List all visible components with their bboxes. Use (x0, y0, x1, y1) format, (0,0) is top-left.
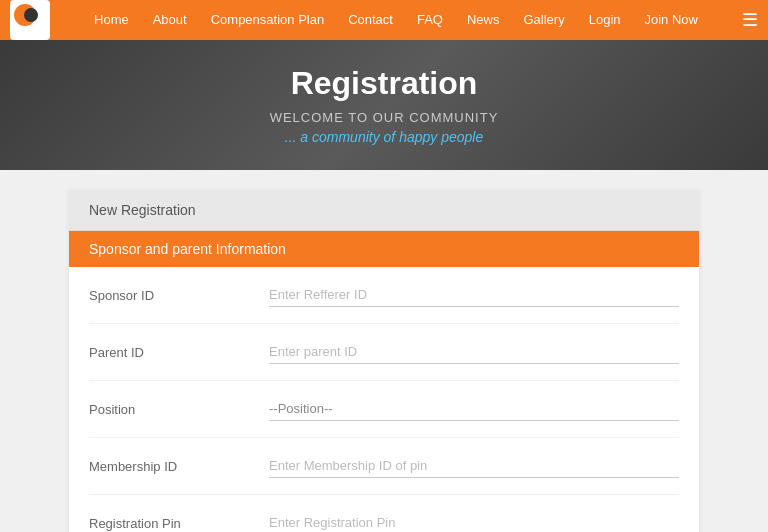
registration-pin-row: Registration Pin (89, 495, 679, 532)
registration-pin-input[interactable] (269, 511, 679, 532)
card-header: New Registration (69, 190, 699, 231)
nav-item-compensation[interactable]: Compensation Plan (199, 0, 336, 40)
registration-pin-field (269, 511, 679, 532)
parent-id-field (269, 340, 679, 364)
nav-item-news[interactable]: News (455, 0, 512, 40)
position-row: Position --Position-- Left Right (89, 381, 679, 438)
sponsor-id-label: Sponsor ID (89, 288, 269, 307)
logo[interactable] (10, 0, 50, 40)
nav-link-faq[interactable]: FAQ (405, 0, 455, 40)
nav-item-gallery[interactable]: Gallery (512, 0, 577, 40)
position-select[interactable]: --Position-- Left Right (269, 397, 679, 421)
navbar: Home About Compensation Plan Contact FAQ… (0, 0, 768, 40)
hero-tagline: ... a community of happy people (285, 129, 483, 145)
sponsor-id-input[interactable] (269, 283, 679, 307)
sponsor-id-row: Sponsor ID (89, 267, 679, 324)
membership-id-label: Membership ID (89, 459, 269, 478)
parent-id-input[interactable] (269, 340, 679, 364)
nav-link-gallery[interactable]: Gallery (512, 0, 577, 40)
nav-item-about[interactable]: About (141, 0, 199, 40)
sponsor-id-field (269, 283, 679, 307)
registration-pin-label: Registration Pin (89, 516, 269, 532)
parent-id-row: Parent ID (89, 324, 679, 381)
nav-link-joinnow[interactable]: Join Now (633, 0, 710, 40)
membership-id-row: Membership ID (89, 438, 679, 495)
nav-item-home[interactable]: Home (82, 0, 141, 40)
nav-links: Home About Compensation Plan Contact FAQ… (58, 0, 734, 40)
nav-item-login[interactable]: Login (577, 0, 633, 40)
nav-item-contact[interactable]: Contact (336, 0, 405, 40)
parent-id-label: Parent ID (89, 345, 269, 364)
hero-banner: Registration WELCOME TO OUR COMMUNITY ..… (0, 40, 768, 170)
registration-card: New Registration Sponsor and parent Info… (69, 190, 699, 532)
section-header: Sponsor and parent Information (69, 231, 699, 267)
hero-title: Registration (291, 65, 478, 102)
position-label: Position (89, 402, 269, 421)
form-body: Sponsor ID Parent ID Position --Position… (69, 267, 699, 532)
nav-link-contact[interactable]: Contact (336, 0, 405, 40)
main-content: New Registration Sponsor and parent Info… (0, 170, 768, 532)
nav-link-login[interactable]: Login (577, 0, 633, 40)
position-field: --Position-- Left Right (269, 397, 679, 421)
nav-link-about[interactable]: About (141, 0, 199, 40)
nav-item-faq[interactable]: FAQ (405, 0, 455, 40)
membership-id-field (269, 454, 679, 478)
nav-item-joinnow[interactable]: Join Now (633, 0, 710, 40)
nav-link-home[interactable]: Home (82, 0, 141, 40)
membership-id-input[interactable] (269, 454, 679, 478)
nav-link-compensation[interactable]: Compensation Plan (199, 0, 336, 40)
nav-link-news[interactable]: News (455, 0, 512, 40)
hero-subtitle: WELCOME TO OUR COMMUNITY (270, 110, 499, 125)
hamburger-icon[interactable]: ☰ (742, 9, 758, 31)
